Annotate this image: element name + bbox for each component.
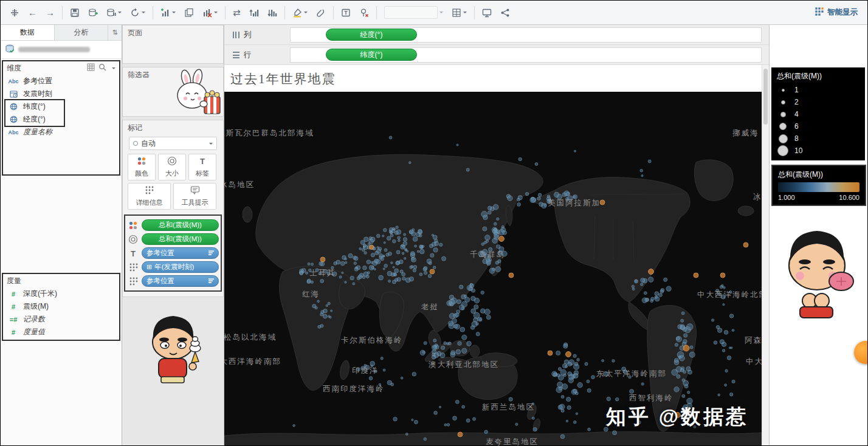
svg-text:T: T <box>131 249 136 258</box>
duplicate-sheet-button[interactable] <box>181 5 198 20</box>
marks-pill-row: T参考位置 <box>127 246 219 260</box>
field-type-icon <box>7 103 20 111</box>
columns-shelf[interactable]: 经度(°) <box>290 27 762 43</box>
columns-pill-longitude[interactable]: 经度(°) <box>326 29 417 41</box>
size-legend-item: 1 <box>777 84 859 96</box>
totals-button[interactable] <box>448 5 470 20</box>
marks-pill-0[interactable]: 总和(震级(M)) <box>142 219 219 231</box>
marks-pill-row: 总和(震级(M)) <box>127 218 219 232</box>
dimensions-menu-icon[interactable] <box>112 67 115 71</box>
dimension-field-4[interactable]: Abc度量名称 <box>3 126 119 139</box>
save-button[interactable] <box>66 5 83 20</box>
map-label: 冰岛地区 <box>224 180 255 189</box>
mark-type-dropdown[interactable]: 自动 <box>129 137 217 150</box>
standard-view-dropdown[interactable] <box>381 4 447 21</box>
show-me-label: 智能显示 <box>827 7 858 18</box>
find-field-icon[interactable] <box>98 63 106 73</box>
svg-text:T: T <box>344 10 348 16</box>
measure-field-0[interactable]: #深度(千米) <box>3 287 119 300</box>
pane-tabs: 数据 分析 ⇅ <box>1 25 122 41</box>
vertical-scrollbar[interactable] <box>762 65 769 446</box>
measure-field-1[interactable]: #震级(M) <box>3 300 119 313</box>
toolbar-separator <box>62 6 63 19</box>
view-data-grid-icon[interactable] <box>87 63 95 73</box>
map-view[interactable]: 威斯瓦尔巴群岛北部海域冰岛地区挪威海冰岛美国阿拉斯加千岛群岛土耳其红海老挝阿森松… <box>224 92 762 446</box>
map-label: 新西兰岛地区 <box>482 403 535 411</box>
field-type-icon <box>7 115 20 123</box>
color-gradient-bar <box>778 182 859 192</box>
presentation-mode-button[interactable] <box>478 5 495 20</box>
sticker-shinchan-icecream <box>139 308 211 387</box>
field-type-icon: =# <box>7 316 20 323</box>
size-legend[interactable]: 总和(震级(M)) 1246810 <box>771 67 865 160</box>
filters-card[interactable]: 筛选器 <box>122 67 224 117</box>
toolbar-separator <box>474 6 475 19</box>
map-label: 美国阿拉斯加 <box>548 199 601 207</box>
mark-button-color[interactable]: 颜色 <box>128 154 156 180</box>
rows-pill-latitude[interactable]: 纬度(°) <box>326 49 417 61</box>
map-label: 西南印度洋海岭 <box>323 385 385 393</box>
sort-ascending-button[interactable] <box>246 5 263 20</box>
data-source-item[interactable] <box>1 41 122 59</box>
data-source-name-redacted <box>18 47 90 52</box>
marks-pill-3[interactable]: ⊞年(发震时刻) <box>142 261 219 273</box>
tab-analytics[interactable]: 分析 <box>55 25 109 40</box>
tableau-window: ←→⇄T 智能显示 数据 分析 ⇅ 维度 <box>0 0 868 446</box>
map-label: 冰岛 <box>753 193 762 201</box>
share-button[interactable] <box>497 5 514 20</box>
mark-button-detail[interactable]: 详细信息 <box>128 183 171 210</box>
expand-icon[interactable]: ⊞ <box>146 264 152 270</box>
new-worksheet-button[interactable] <box>157 5 179 20</box>
toolbar-separator <box>376 6 377 19</box>
tab-data[interactable]: 数据 <box>1 25 55 40</box>
highlight-button[interactable] <box>289 5 311 20</box>
floating-badge[interactable] <box>854 341 868 364</box>
annotation-box-measures: 度量 #深度(千米)#震级(M)=#记录数#度量值 <box>2 273 120 341</box>
map-label: 西智利海岭 <box>629 394 673 402</box>
marks-pill-2[interactable]: 参考位置 <box>142 247 219 259</box>
tableau-logo-icon <box>6 5 23 20</box>
swap-axes-button[interactable]: ⇄ <box>229 5 244 19</box>
show-mark-labels-button[interactable]: T <box>337 5 354 20</box>
marks-pill-4[interactable]: 参考位置 <box>142 275 219 287</box>
pages-card[interactable]: 页面 <box>122 25 224 64</box>
pane-sort-icon[interactable]: ⇅ <box>108 25 122 40</box>
run-update-button[interactable] <box>126 5 149 20</box>
dimension-field-2[interactable]: 纬度(°) <box>3 100 119 113</box>
measure-field-2[interactable]: =#记录数 <box>3 313 119 326</box>
size-legend-circle <box>780 112 786 117</box>
undo-button[interactable]: ← <box>24 5 41 19</box>
redo-button[interactable]: → <box>42 5 58 19</box>
pause-auto-updates-button[interactable] <box>103 5 125 20</box>
sort-descending-button[interactable] <box>264 5 281 20</box>
svg-text:T: T <box>200 157 205 166</box>
marks-pill-1[interactable]: 总和(震级(M)) <box>142 233 219 245</box>
dimension-field-3[interactable]: 经度(°) <box>3 113 119 126</box>
clear-sheet-button[interactable] <box>199 5 221 20</box>
map-label: 威斯瓦尔巴群岛北部海域 <box>224 129 314 137</box>
scrollbar-thumb[interactable] <box>763 69 768 125</box>
pill-menu-icon[interactable] <box>208 250 214 256</box>
map-label: 阿森松岛以北海域 <box>224 333 277 341</box>
dimension-field-0[interactable]: Abc参考位置 <box>3 75 119 87</box>
field-type-icon: Abc <box>7 129 20 136</box>
mark-button-size[interactable]: 大小 <box>158 154 186 180</box>
color-legend[interactable]: 总和(震级(M)) 1.000 10.600 <box>771 165 866 206</box>
map-label: 土耳其 <box>309 269 336 277</box>
size-legend-item: 2 <box>777 96 859 108</box>
pill-menu-icon[interactable] <box>208 278 214 284</box>
pages-title: 页面 <box>123 26 223 41</box>
show-me-button[interactable]: 智能显示 <box>810 4 863 21</box>
cards-column: 页面 筛选器 标记 自动 颜色大小T标签详细信息工具提示 总和(震级(M))总和… <box>122 25 224 446</box>
mark-button-tooltip[interactable]: 工具提示 <box>173 183 216 210</box>
size-legend-circle <box>781 100 785 105</box>
new-data-source-button[interactable] <box>84 5 102 20</box>
dimension-field-1[interactable]: 发震时刻 <box>3 87 119 100</box>
group-members-button[interactable] <box>312 5 329 20</box>
columns-shelf-row: 列 经度(°) <box>224 25 769 45</box>
rows-shelf[interactable]: 纬度(°) <box>290 47 762 63</box>
mark-button-label[interactable]: T标签 <box>188 154 216 180</box>
fix-axes-button[interactable] <box>356 5 373 20</box>
toolbar-separator <box>153 6 153 19</box>
measure-field-3[interactable]: #度量值 <box>3 326 119 338</box>
